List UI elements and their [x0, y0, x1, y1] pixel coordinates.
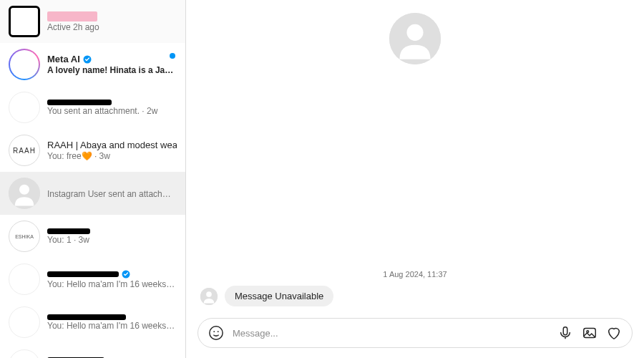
- thread-sub: You sent an attachment. · 2w: [47, 106, 177, 116]
- avatar-raah: RAAH: [9, 135, 40, 166]
- emoji-icon[interactable]: [208, 325, 224, 341]
- verified-icon: [122, 270, 130, 279]
- thread-item[interactable]: Active 2h ago: [0, 344, 185, 358]
- thread-sub: Instagram User sent an attachment. · 3w: [47, 189, 177, 199]
- svg-point-9: [213, 331, 215, 332]
- thread-body: Active 2h ago: [47, 11, 177, 32]
- thread-sub: A lovely name! Hinata is a Japanese na..…: [47, 65, 177, 75]
- conversation-list[interactable]: Active 2h ago Meta AI A lovely name! Hin…: [0, 0, 186, 358]
- heart-icon[interactable]: [606, 325, 622, 341]
- verified-icon: [83, 55, 92, 64]
- message-avatar: [200, 288, 218, 305]
- unread-dot-icon: [170, 53, 175, 59]
- thread-sub: You: free🧡 · 3w: [47, 151, 177, 161]
- avatar-default: [9, 178, 40, 209]
- avatar: ESHIKA: [9, 221, 40, 252]
- svg-point-8: [210, 326, 223, 339]
- redacted-name: [47, 314, 126, 320]
- thread-item[interactable]: You: Hello ma'am I'm 16 weeks pregnant a…: [0, 301, 185, 344]
- thread-item[interactable]: Active 2h ago: [0, 0, 185, 43]
- thread-item[interactable]: Meta AI A lovely name! Hinata is a Japan…: [0, 43, 185, 86]
- message-composer[interactable]: [197, 318, 633, 348]
- thread-sub: Active 2h ago: [47, 22, 177, 32]
- chat-avatar: [389, 13, 441, 64]
- redacted-name: [47, 271, 119, 277]
- thread-body: You: 1 · 3w: [47, 228, 177, 245]
- message-timestamp: 1 Aug 2024, 11:37: [186, 266, 644, 286]
- avatar: [9, 306, 40, 338]
- avatar: [9, 6, 40, 37]
- svg-point-10: [218, 331, 219, 332]
- thread-body: You sent an attachment. · 2w: [47, 100, 177, 116]
- thread-body: Instagram User sent an attachment. · 3w: [47, 188, 177, 199]
- avatar: [9, 92, 40, 123]
- message-row: Message Unavailable: [186, 286, 644, 314]
- thread-item-selected[interactable]: Instagram User sent an attachment. · 3w: [0, 172, 185, 215]
- thread-body: Meta AI A lovely name! Hinata is a Japan…: [47, 54, 177, 75]
- voice-icon[interactable]: [557, 325, 573, 341]
- avatar: [9, 263, 40, 295]
- svg-point-5: [406, 24, 423, 41]
- redacted-name: [47, 100, 112, 105]
- thread-item[interactable]: You sent an attachment. · 2w: [0, 86, 185, 129]
- thread-sub: You: 1 · 3w: [47, 235, 177, 245]
- chat-header: [186, 0, 644, 64]
- thread-body: RAAH | Abaya and modest wear You: free🧡 …: [47, 140, 177, 161]
- svg-rect-11: [563, 327, 567, 335]
- chat-panel: 1 Aug 2024, 11:37 Message Unavailable: [186, 0, 644, 358]
- thread-item[interactable]: RAAH RAAH | Abaya and modest wear You: f…: [0, 129, 185, 172]
- chat-spacer: [186, 64, 644, 266]
- redacted-name: [47, 228, 90, 234]
- avatar-meta-ai: [9, 49, 40, 80]
- thread-title: Meta AI: [47, 54, 80, 64]
- thread-body: You: Hello ma'am I'm 16 weeks pregnant a…: [47, 314, 177, 331]
- message-bubble: Message Unavailable: [225, 286, 333, 306]
- svg-point-2: [19, 185, 29, 195]
- thread-sub: You: Hello ma'am I'm 16 weeks pregnant a…: [47, 321, 177, 331]
- message-input[interactable]: [233, 328, 549, 339]
- svg-point-7: [206, 291, 212, 297]
- thread-sub: You: Hello ma'am I'm 16 weeks pregnant a…: [47, 279, 177, 289]
- thread-item[interactable]: ESHIKA You: 1 · 3w: [0, 215, 185, 258]
- redacted-name: [47, 11, 97, 21]
- avatar: [9, 349, 40, 358]
- thread-item[interactable]: You: Hello ma'am I'm 16 weeks pregnant a…: [0, 258, 185, 301]
- thread-body: You: Hello ma'am I'm 16 weeks pregnant a…: [47, 270, 177, 289]
- image-icon[interactable]: [582, 325, 597, 341]
- thread-title: RAAH | Abaya and modest wear: [47, 140, 177, 150]
